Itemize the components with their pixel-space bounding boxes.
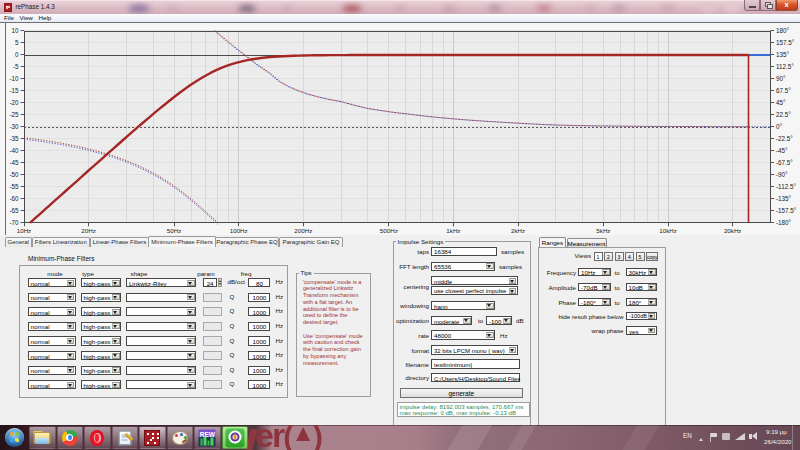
svg-text:0°: 0° xyxy=(776,123,783,130)
svg-text:20Hz: 20Hz xyxy=(81,227,95,234)
svg-text:180°: 180° xyxy=(776,27,790,34)
svg-text:5: 5 xyxy=(15,39,19,46)
svg-text:-90°: -90° xyxy=(776,171,788,178)
svg-text:-135°: -135° xyxy=(776,195,792,202)
svg-text:45°: 45° xyxy=(776,99,786,106)
svg-text:-22.5°: -22.5° xyxy=(776,135,793,142)
svg-text:2kHz: 2kHz xyxy=(511,227,525,234)
svg-text:20kHz: 20kHz xyxy=(724,227,742,234)
svg-text:22.5°: 22.5° xyxy=(776,111,791,118)
svg-text:5kHz: 5kHz xyxy=(596,227,610,234)
svg-text:100Hz: 100Hz xyxy=(230,227,248,234)
svg-text:-60: -60 xyxy=(9,195,19,202)
svg-text:112.5°: 112.5° xyxy=(776,63,794,70)
svg-text:-65: -65 xyxy=(9,207,19,214)
svg-text:-50: -50 xyxy=(9,171,19,178)
svg-text:-20: -20 xyxy=(9,99,19,106)
svg-text:-45: -45 xyxy=(9,159,19,166)
svg-text:-45°: -45° xyxy=(776,147,788,154)
svg-text:-157.5°: -157.5° xyxy=(776,207,797,214)
svg-text:0: 0 xyxy=(15,51,19,58)
svg-text:-180°: -180° xyxy=(776,219,792,226)
svg-text:-5: -5 xyxy=(13,63,19,70)
svg-text:-55: -55 xyxy=(9,183,19,190)
svg-text:157.5°: 157.5° xyxy=(776,39,795,46)
svg-text:10Hz: 10Hz xyxy=(17,227,31,234)
svg-text:135°: 135° xyxy=(776,51,790,58)
svg-text:1kHz: 1kHz xyxy=(446,227,460,234)
svg-text:500Hz: 500Hz xyxy=(380,227,398,234)
svg-text:-67.5°: -67.5° xyxy=(776,159,793,166)
svg-text:90°: 90° xyxy=(776,75,786,82)
svg-text:-70: -70 xyxy=(9,219,19,226)
svg-text:-25: -25 xyxy=(9,111,19,118)
svg-text:-35: -35 xyxy=(9,135,19,142)
svg-text:-30: -30 xyxy=(9,123,19,130)
svg-text:-15: -15 xyxy=(9,87,19,94)
svg-text:10: 10 xyxy=(11,27,19,34)
svg-text:200Hz: 200Hz xyxy=(294,227,312,234)
svg-text:50Hz: 50Hz xyxy=(167,227,181,234)
svg-text:-10: -10 xyxy=(9,75,19,82)
svg-text:-112.5°: -112.5° xyxy=(776,183,796,190)
svg-text:10kHz: 10kHz xyxy=(659,227,677,234)
svg-text:-40: -40 xyxy=(9,147,19,154)
svg-text:67.5°: 67.5° xyxy=(776,87,791,94)
